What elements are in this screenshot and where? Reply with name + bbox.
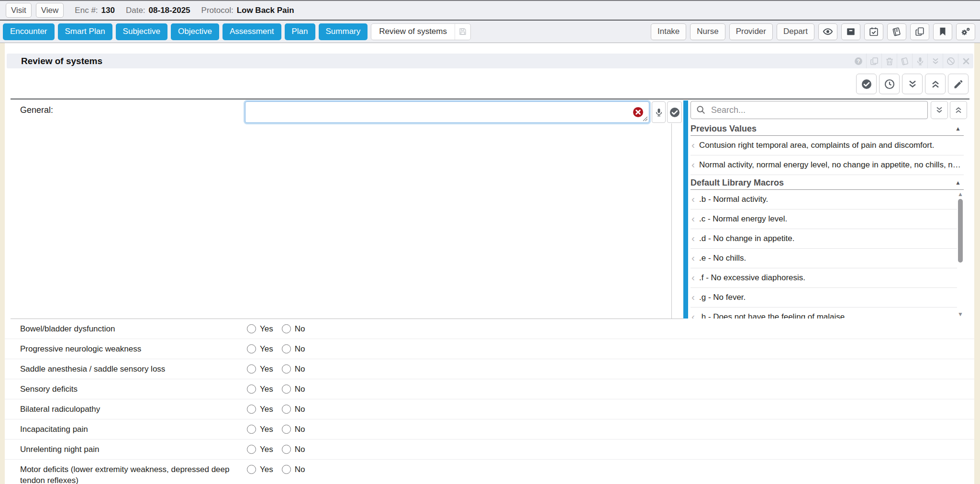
settings-button[interactable] bbox=[956, 23, 975, 40]
dictate-button[interactable] bbox=[652, 101, 666, 123]
note-tab[interactable]: Summary bbox=[319, 23, 368, 40]
radio-circle-yes[interactable] bbox=[247, 425, 256, 434]
radio-option-yes[interactable]: Yes bbox=[247, 465, 273, 474]
scrollbar-thumb[interactable] bbox=[958, 199, 963, 263]
view-button[interactable]: View bbox=[36, 3, 64, 18]
macros-list: ‹ .b - Normal activity. ‹ .c - Normal en… bbox=[690, 190, 957, 319]
radio-option-yes[interactable]: Yes bbox=[247, 425, 273, 434]
radio-circle-yes[interactable] bbox=[247, 324, 256, 333]
radio-circle-yes[interactable] bbox=[247, 405, 256, 414]
edit-button[interactable] bbox=[948, 74, 969, 94]
radio-option-no[interactable]: No bbox=[282, 385, 305, 394]
trash-icon[interactable] bbox=[881, 54, 897, 68]
scroll-down-icon[interactable]: ▼ bbox=[957, 311, 964, 318]
radio-circle-yes[interactable] bbox=[247, 385, 256, 394]
panel-collapse-button[interactable] bbox=[950, 101, 967, 119]
phase-button[interactable]: Depart bbox=[777, 23, 814, 40]
radio-label-no: No bbox=[295, 364, 305, 374]
radio-option-yes[interactable]: Yes bbox=[247, 445, 273, 454]
library-button[interactable] bbox=[887, 23, 906, 40]
radio-option-no[interactable]: No bbox=[282, 324, 305, 334]
clear-icon[interactable] bbox=[633, 107, 644, 118]
visit-button[interactable]: Visit bbox=[6, 3, 32, 18]
note-tab[interactable]: Encounter bbox=[3, 23, 55, 40]
scroll-up-icon[interactable]: ▲ bbox=[957, 191, 964, 198]
radio-label-no: No bbox=[295, 445, 305, 454]
radio-option-no[interactable]: No bbox=[282, 405, 305, 414]
help-icon[interactable]: ? bbox=[851, 54, 866, 68]
ban-icon[interactable] bbox=[943, 54, 958, 68]
note-tab[interactable]: Subjective bbox=[116, 23, 167, 40]
radio-circle-no[interactable] bbox=[282, 445, 291, 454]
note-tab[interactable]: Plan bbox=[285, 23, 315, 40]
book-icon[interactable] bbox=[897, 54, 912, 68]
radio-option-no[interactable]: No bbox=[282, 445, 305, 454]
radio-circle-no[interactable] bbox=[282, 324, 291, 333]
double-chevron-down-icon[interactable] bbox=[927, 54, 943, 68]
resize-handle-icon[interactable] bbox=[643, 116, 648, 121]
radio-option-no[interactable]: No bbox=[282, 425, 305, 434]
confirm-button[interactable] bbox=[667, 101, 682, 123]
macro-item[interactable]: ‹ .c - Normal energy level. bbox=[690, 209, 957, 229]
expand-all-button[interactable] bbox=[902, 74, 923, 94]
copy-button[interactable] bbox=[910, 23, 929, 40]
note-tab[interactable]: Objective bbox=[171, 23, 219, 40]
previous-value-item[interactable]: ‹ Contusion right temporal area, complai… bbox=[690, 136, 964, 155]
macro-item[interactable]: ‹ .f - No excessive diaphoresis. bbox=[690, 268, 957, 288]
radio-option-yes[interactable]: Yes bbox=[247, 364, 273, 374]
radio-option-no[interactable]: No bbox=[282, 344, 305, 354]
macros-header[interactable]: Default Library Macros ▲ bbox=[690, 176, 964, 190]
radio-circle-no[interactable] bbox=[282, 364, 291, 374]
bookmark-button[interactable] bbox=[933, 23, 952, 40]
note-tab[interactable]: Smart Plan bbox=[58, 23, 112, 40]
previous-value-item[interactable]: ‹ Normal activity, normal energy level, … bbox=[690, 155, 964, 175]
panel-expand-button[interactable] bbox=[931, 101, 948, 119]
radio-option-yes[interactable]: Yes bbox=[247, 344, 273, 354]
top-bar: Visit View Enc #: 130 Date: 08-18-2025 P… bbox=[0, 0, 980, 21]
radio-circle-no[interactable] bbox=[282, 385, 291, 394]
collapse-all-button[interactable] bbox=[925, 74, 946, 94]
section-header-icons: ? bbox=[851, 54, 973, 68]
radio-circle-yes[interactable] bbox=[247, 364, 256, 374]
note-tab[interactable]: Assessment bbox=[223, 23, 281, 40]
phase-button[interactable]: Intake bbox=[651, 23, 686, 40]
eye-button[interactable] bbox=[818, 23, 837, 40]
history-button[interactable] bbox=[879, 74, 900, 94]
phase-button[interactable]: Nurse bbox=[690, 23, 725, 40]
radio-circle-yes[interactable] bbox=[247, 465, 256, 474]
radio-option-yes[interactable]: Yes bbox=[247, 324, 273, 334]
copy-icon[interactable] bbox=[866, 54, 881, 68]
macro-item[interactable]: ‹ .h - Does not have the feeling of mala… bbox=[690, 308, 957, 319]
previous-values-header[interactable]: Previous Values ▲ bbox=[690, 122, 964, 136]
macro-item[interactable]: ‹ .g - No fever. bbox=[690, 288, 957, 308]
macro-item[interactable]: ‹ .b - Normal activity. bbox=[690, 190, 957, 209]
macro-item[interactable]: ‹ .d - No change in appetite. bbox=[690, 229, 957, 249]
tab-review-of-systems[interactable]: Review of systems bbox=[371, 23, 471, 40]
radio-circle-yes[interactable] bbox=[247, 445, 256, 454]
close-icon[interactable] bbox=[958, 54, 973, 68]
complete-button[interactable] bbox=[856, 74, 877, 94]
radio-circle-no[interactable] bbox=[282, 465, 291, 474]
microphone-icon[interactable] bbox=[912, 54, 927, 68]
calendar-button[interactable] bbox=[864, 23, 883, 40]
radio-option-yes[interactable]: Yes bbox=[247, 385, 273, 394]
microphone-icon bbox=[654, 108, 664, 117]
radio-circle-no[interactable] bbox=[282, 405, 291, 414]
radio-circle-no[interactable] bbox=[282, 425, 291, 434]
radio-option-no[interactable]: No bbox=[282, 364, 305, 374]
radio-label-yes: Yes bbox=[260, 344, 273, 354]
collapse-triangle-icon[interactable]: ▲ bbox=[955, 179, 961, 186]
section-divider bbox=[11, 99, 969, 99]
search-input[interactable] bbox=[690, 101, 928, 119]
phase-button[interactable]: Provider bbox=[729, 23, 773, 40]
general-input[interactable] bbox=[245, 101, 649, 123]
radio-option-no[interactable]: No bbox=[282, 465, 305, 474]
macros-scrollbar[interactable]: ▲ ▼ bbox=[957, 191, 964, 318]
red-flag-questions: Bowel/bladder dysfunction Yes No Progres… bbox=[5, 319, 974, 484]
archive-button[interactable] bbox=[841, 23, 860, 40]
radio-circle-no[interactable] bbox=[282, 344, 291, 353]
macro-item[interactable]: ‹ .e - No chills. bbox=[690, 249, 957, 268]
collapse-triangle-icon[interactable]: ▲ bbox=[955, 125, 961, 132]
radio-circle-yes[interactable] bbox=[247, 344, 256, 353]
radio-option-yes[interactable]: Yes bbox=[247, 405, 273, 414]
